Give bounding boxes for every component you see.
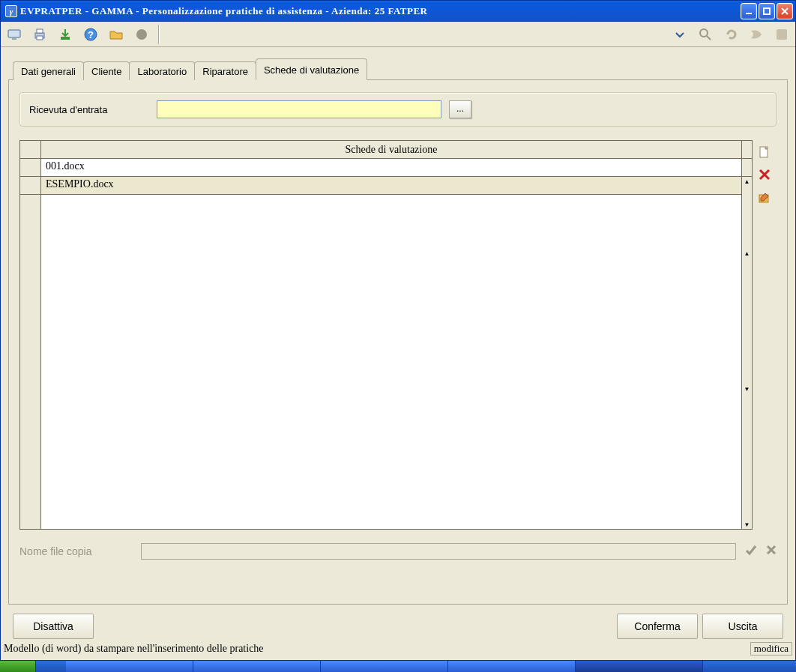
taskbar-item[interactable]: [576, 661, 703, 672]
screen-icon[interactable]: [4, 24, 25, 45]
tabstrip: Dati generali Cliente Laboratorio Ripara…: [8, 58, 788, 80]
undo-icon[interactable]: [720, 24, 741, 45]
stop-icon[interactable]: [771, 24, 792, 45]
toolbar: ?: [1, 22, 795, 47]
delete-icon[interactable]: [757, 167, 772, 182]
taskbar-item[interactable]: [321, 661, 448, 672]
taskbar-item[interactable]: [448, 661, 576, 672]
folder-icon[interactable]: [106, 24, 127, 45]
disattiva-button[interactable]: Disattiva: [13, 614, 94, 639]
toolbar-separator: [158, 25, 160, 44]
svg-rect-0: [746, 13, 752, 14]
svg-rect-12: [777, 29, 787, 40]
grid-rowheader[interactable]: [20, 177, 40, 195]
dropdown-arrow-icon[interactable]: [669, 24, 690, 45]
status-mode: modifica: [750, 642, 792, 656]
grid-rowheader[interactable]: [20, 159, 40, 177]
print-icon[interactable]: [29, 24, 50, 45]
footer-buttons: Disattiva Conferma Uscita: [1, 614, 795, 639]
copy-input: [141, 543, 736, 560]
cancel-copy-icon: [766, 545, 777, 558]
window-title: EVPRATPER - GAMMA - Personalizzazione pr…: [20, 5, 741, 17]
close-button[interactable]: [777, 3, 793, 19]
titlebar: γ EVPRATPER - GAMMA - Personalizzazione …: [1, 1, 795, 22]
ricevuta-box: Ricevuta d'entrata ...: [19, 92, 777, 127]
grid-scrollbar[interactable]: ▲ ▲ ▼ ▼: [742, 140, 753, 530]
svg-text:?: ?: [88, 29, 94, 40]
tab-schede-valutazione[interactable]: Schede di valutazione: [256, 58, 367, 80]
scroll-down-icon[interactable]: ▼: [742, 520, 752, 529]
maximize-button[interactable]: [759, 3, 775, 19]
grid-corner: [20, 141, 40, 159]
grid-main: Schede di valutazione 001.docx ESEMPIO.d…: [40, 140, 742, 530]
conferma-button[interactable]: Conferma: [617, 614, 698, 639]
ricevuta-input[interactable]: [157, 100, 441, 118]
svg-rect-2: [8, 30, 20, 37]
svg-rect-6: [37, 36, 43, 40]
taskbar-item[interactable]: [193, 661, 321, 672]
tab-laboratorio[interactable]: Laboratorio: [129, 61, 195, 80]
svg-rect-7: [61, 37, 70, 40]
main-window: γ EVPRATPER - GAMMA - Personalizzazione …: [0, 0, 796, 661]
svg-rect-3: [12, 38, 16, 40]
export-icon[interactable]: [55, 24, 76, 45]
svg-rect-5: [37, 29, 43, 33]
ricevuta-label: Ricevuta d'entrata: [29, 104, 149, 115]
scroll-up-icon[interactable]: ▲: [742, 177, 752, 186]
svg-point-10: [136, 29, 147, 40]
grid-area: Schede di valutazione 001.docx ESEMPIO.d…: [19, 140, 777, 530]
record-icon[interactable]: [131, 24, 152, 45]
taskbar[interactable]: [0, 661, 796, 672]
tab-riparatore[interactable]: Riparatore: [194, 61, 256, 80]
ricevuta-browse-button[interactable]: ...: [449, 100, 471, 118]
forward-icon[interactable]: [746, 24, 767, 45]
svg-point-11: [700, 29, 708, 37]
confirm-copy-icon: [745, 544, 757, 559]
svg-rect-1: [764, 8, 770, 14]
copy-label: Nome file copia: [19, 545, 132, 557]
search-icon[interactable]: [695, 24, 716, 45]
edit-icon[interactable]: [757, 190, 772, 205]
minimize-button[interactable]: [741, 3, 757, 19]
new-doc-icon[interactable]: [757, 145, 772, 160]
status-bar: Modello (di word) da stampare nell'inser…: [4, 641, 792, 657]
start-button[interactable]: [0, 661, 36, 672]
grid-column-header[interactable]: Schede di valutazione: [41, 141, 741, 159]
grid-row[interactable]: ESEMPIO.docx: [41, 177, 741, 195]
scroll-top-icon[interactable]: ▲: [742, 249, 752, 258]
taskbar-item[interactable]: [66, 661, 193, 672]
tab-body: Ricevuta d'entrata ... Schede di valutaz…: [8, 80, 788, 605]
grid-rowheader-column: [19, 140, 40, 530]
uscita-button[interactable]: Uscita: [702, 614, 783, 639]
client-area: Dati generali Cliente Laboratorio Ripara…: [1, 58, 795, 605]
help-icon[interactable]: ?: [80, 24, 101, 45]
tab-dati-generali[interactable]: Dati generali: [13, 61, 84, 80]
status-text: Modello (di word) da stampare nell'inser…: [4, 643, 750, 655]
grid-row[interactable]: 001.docx: [41, 159, 741, 177]
app-icon: γ: [5, 5, 17, 17]
grid-side-toolbar: [753, 140, 777, 530]
scroll-bottom-icon[interactable]: ▼: [742, 384, 752, 393]
tab-cliente[interactable]: Cliente: [83, 61, 130, 80]
copy-row: Nome file copia: [19, 543, 777, 560]
